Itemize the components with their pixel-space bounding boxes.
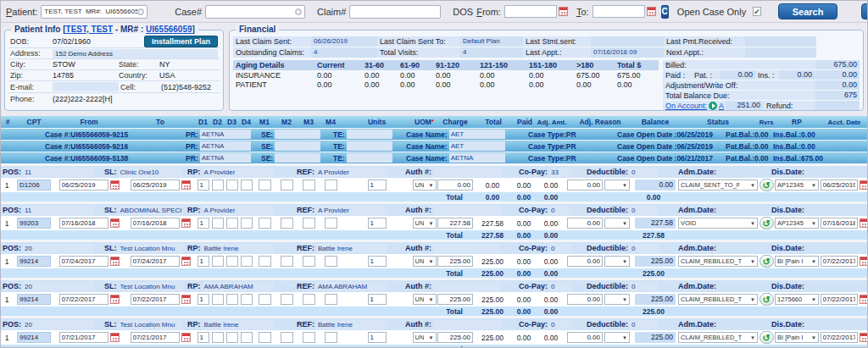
calendar-icon[interactable] xyxy=(110,180,120,190)
from-date-input[interactable] xyxy=(59,180,108,191)
c-button[interactable]: C xyxy=(661,5,669,19)
col-header[interactable]: From xyxy=(53,118,125,126)
case-summary-row[interactable]: Case #:UI65566059-5138 PR:AETNA SE: TE: … xyxy=(1,152,867,163)
search-button[interactable]: Search xyxy=(778,3,838,19)
col-header[interactable]: RP xyxy=(774,118,820,126)
calendar-icon[interactable] xyxy=(181,295,191,304)
cpt-code-field[interactable]: 99214 xyxy=(17,332,51,343)
d4-input[interactable] xyxy=(241,294,253,305)
col-header[interactable]: Status xyxy=(677,118,759,126)
col-header[interactable]: Total xyxy=(474,118,513,126)
installment-plan-button[interactable]: Installment Plan xyxy=(144,36,218,47)
m2-input[interactable] xyxy=(281,218,293,229)
adj-reason-select[interactable]: ▼ xyxy=(604,256,630,267)
units-input[interactable] xyxy=(368,218,387,229)
patient-name-link[interactable]: TEST, TEST xyxy=(66,25,114,34)
charge-input[interactable] xyxy=(437,294,473,305)
col-header[interactable]: Acct. Date xyxy=(820,119,868,126)
col-header[interactable]: # xyxy=(1,118,14,126)
acct-date-input[interactable] xyxy=(821,218,858,229)
calendar-icon[interactable] xyxy=(181,257,191,266)
m1-input[interactable] xyxy=(259,180,271,191)
d2-input[interactable] xyxy=(212,332,224,343)
acct-date-input[interactable] xyxy=(821,332,858,343)
uom-select[interactable]: UN▼ xyxy=(413,180,437,191)
charge-input[interactable] xyxy=(437,256,473,267)
charge-input[interactable] xyxy=(437,218,473,229)
rp-select[interactable]: BI [Pain I▼ xyxy=(775,332,819,343)
uom-select[interactable]: UN▼ xyxy=(413,218,437,229)
d1-input[interactable] xyxy=(198,256,209,267)
calendar-icon[interactable] xyxy=(181,333,191,342)
rp-select[interactable]: AP12345▼ xyxy=(775,218,819,229)
m1-input[interactable] xyxy=(259,218,271,229)
acct-date-input[interactable] xyxy=(821,180,858,191)
status-select[interactable]: CLAIM_SENT_TO_F▼ xyxy=(678,180,758,191)
case-number-field[interactable] xyxy=(205,5,305,19)
email-value[interactable] xyxy=(53,82,119,91)
m4-input[interactable] xyxy=(325,294,337,305)
col-header[interactable]: M3 xyxy=(298,118,320,126)
d3-input[interactable] xyxy=(226,218,238,229)
m4-input[interactable] xyxy=(325,332,337,343)
patient-search-input[interactable] xyxy=(44,8,137,15)
m3-input[interactable] xyxy=(303,256,315,267)
col-header[interactable]: M4 xyxy=(320,118,342,126)
search-icon[interactable] xyxy=(137,8,144,15)
status-select[interactable]: VOID▼ xyxy=(678,218,758,229)
calendar-icon[interactable] xyxy=(110,218,120,228)
claim-number-field[interactable] xyxy=(349,5,441,19)
reverse-button[interactable]: ↺ xyxy=(760,293,774,306)
to-date-input[interactable] xyxy=(131,256,180,267)
adj-reason-select[interactable]: ▼ xyxy=(604,218,630,229)
col-header[interactable]: Adj. Reason xyxy=(567,118,633,126)
col-header[interactable]: Rvrs xyxy=(759,119,774,126)
on-account-icon[interactable] xyxy=(709,102,717,110)
units-input[interactable] xyxy=(368,256,387,267)
m4-input[interactable] xyxy=(325,218,337,229)
a-link[interactable]: A xyxy=(719,102,724,110)
col-header[interactable]: Units xyxy=(342,118,412,126)
uom-select[interactable]: UN▼ xyxy=(413,294,437,305)
reverse-button[interactable]: ↺ xyxy=(760,217,774,229)
col-header[interactable]: CPT xyxy=(14,118,53,126)
col-header[interactable]: D1 xyxy=(196,118,210,126)
m2-input[interactable] xyxy=(281,256,293,267)
patient-search-field[interactable] xyxy=(41,5,147,19)
col-header[interactable]: D2 xyxy=(210,118,225,126)
adj-amount-input[interactable] xyxy=(567,294,603,305)
calendar-icon[interactable] xyxy=(860,218,868,228)
cpt-code-field[interactable]: D1206 xyxy=(17,180,51,191)
case-summary-row[interactable]: Case #:UI65566059-9215 PR:AETNA SE: TE: … xyxy=(1,129,867,140)
m3-input[interactable] xyxy=(303,294,315,305)
d4-input[interactable] xyxy=(241,218,253,229)
calendar-icon[interactable] xyxy=(860,295,868,304)
mr-number-link[interactable]: UI65566059 xyxy=(146,25,192,34)
calendar-icon[interactable] xyxy=(860,180,868,190)
to-date-input[interactable] xyxy=(131,332,180,343)
calendar-icon[interactable] xyxy=(647,7,656,16)
charge-input[interactable] xyxy=(437,180,473,191)
calendar-icon[interactable] xyxy=(860,333,868,342)
units-input[interactable] xyxy=(368,294,387,305)
adj-amount-input[interactable] xyxy=(567,332,603,343)
reverse-button[interactable]: ↺ xyxy=(760,255,774,268)
d3-input[interactable] xyxy=(226,294,238,305)
col-header[interactable]: D4 xyxy=(239,118,253,126)
col-header[interactable]: M2 xyxy=(275,118,298,126)
m2-input[interactable] xyxy=(281,294,293,305)
calendar-icon[interactable] xyxy=(110,333,120,342)
to-date-input[interactable] xyxy=(131,218,180,229)
from-date-input[interactable] xyxy=(59,294,108,305)
to-date-input[interactable] xyxy=(131,180,180,191)
cpt-code-field[interactable]: 99203 xyxy=(17,218,51,229)
reverse-button[interactable]: ↺ xyxy=(760,331,774,344)
m3-input[interactable] xyxy=(303,332,315,343)
col-header[interactable]: To xyxy=(125,118,196,126)
d3-input[interactable] xyxy=(226,256,238,267)
d2-input[interactable] xyxy=(212,218,224,229)
rp-select[interactable]: 1275660▼ xyxy=(775,294,819,305)
from-date-input[interactable] xyxy=(59,218,108,229)
from-date-input[interactable] xyxy=(59,256,108,267)
d3-input[interactable] xyxy=(226,180,238,191)
